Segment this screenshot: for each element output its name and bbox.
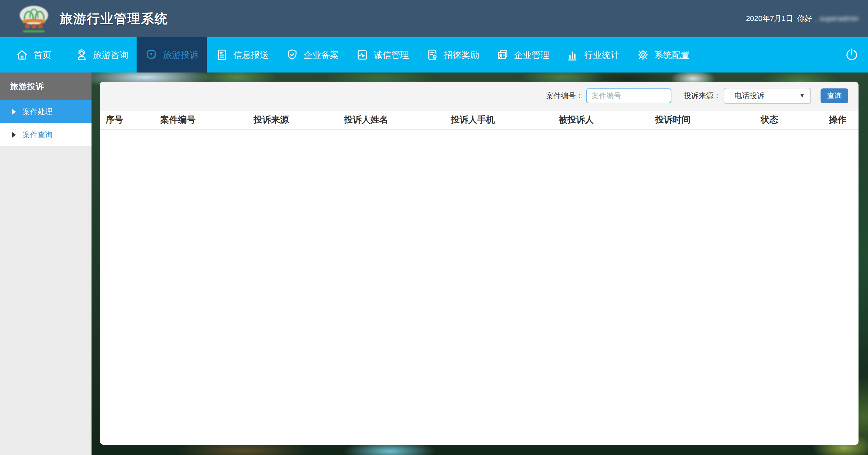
source-select-wrap: 电话投诉 ▼ (724, 88, 811, 104)
power-icon (844, 47, 859, 62)
integrity-icon (356, 48, 369, 62)
home-icon (15, 48, 29, 62)
col-header-respondent: 被投诉人 (529, 114, 624, 126)
nav-item-consult[interactable]: 旅游咨询 (66, 37, 137, 73)
sidebar-item-case-query[interactable]: 案件查询 (0, 123, 92, 146)
svg-text:?: ? (149, 51, 152, 57)
nav-item-config[interactable]: 系统配置 (628, 37, 698, 73)
consult-icon (75, 48, 88, 62)
nav-item-report[interactable]: 信息报送 (207, 37, 277, 73)
case-number-label: 案件编号： (546, 91, 583, 101)
nav-item-label: 招徕奖励 (444, 49, 479, 61)
sidebar-item-label: 案件处理 (23, 107, 53, 117)
search-button[interactable]: 查询 (821, 88, 848, 103)
col-header-index: 序号 (100, 114, 129, 126)
nav-item-complaint[interactable]: ? 旅游投诉 (137, 37, 207, 73)
app-logo-icon (18, 3, 50, 34)
stats-icon (566, 48, 580, 62)
nav-item-reward[interactable]: 招徕奖励 (417, 37, 487, 73)
nav-item-integrity[interactable]: 诚信管理 (347, 37, 417, 73)
sidebar-menu: 案件处理 案件查询 (0, 100, 92, 146)
col-header-case-number: 案件编号 (129, 114, 227, 126)
app-title: 旅游行业管理系统 (60, 10, 168, 27)
complaint-icon: ? (145, 48, 159, 62)
content-panel: 案件编号： 投诉来源： 电话投诉 ▼ 查询 序号 案件编号 投诉来源 投诉人姓名… (100, 82, 859, 445)
nav-item-label: 行业统计 (584, 49, 620, 61)
header-bar: 旅游行业管理系统 2020年7月1日 你好 ，superadmin (0, 0, 868, 37)
col-header-complainant-phone: 投诉人手机 (417, 114, 529, 126)
triangle-marker-icon (12, 109, 16, 115)
nav-item-enterprise[interactable]: 企业管理 (487, 37, 558, 73)
nav-item-filing[interactable]: 企业备案 (277, 37, 347, 73)
nav-item-label: 旅游投诉 (163, 49, 199, 61)
col-header-source: 投诉来源 (227, 114, 315, 126)
nav-item-label: 系统配置 (654, 49, 690, 61)
nav-item-label: 企业备案 (304, 49, 339, 61)
reward-icon (426, 48, 439, 62)
col-header-status: 状态 (722, 114, 817, 126)
nav-item-stats[interactable]: 行业统计 (558, 37, 628, 73)
sidebar-item-label: 案件查询 (23, 130, 53, 140)
filing-icon (285, 48, 299, 62)
source-select[interactable]: 电话投诉 (724, 88, 811, 104)
table-header-row: 序号 案件编号 投诉来源 投诉人姓名 投诉人手机 被投诉人 投诉时间 状态 操作 (100, 110, 859, 130)
config-icon (636, 48, 650, 62)
col-header-complaint-time: 投诉时间 (624, 114, 722, 126)
nav-item-label: 企业管理 (514, 49, 549, 61)
sidebar-title: 旅游投诉 (0, 73, 92, 100)
sidebar-item-case-handling[interactable]: 案件处理 (0, 100, 92, 123)
header-user-info: 2020年7月1日 你好 ，superadmin (746, 14, 859, 24)
nav-item-label: 旅游咨询 (93, 49, 128, 61)
main-nav-bar: 首页 旅游咨询 ? 旅游投诉 信息报送 企业备 (0, 37, 868, 73)
nav-item-label: 诚信管理 (374, 49, 409, 61)
enterprise-icon (496, 48, 509, 62)
logout-power-button[interactable] (835, 37, 868, 73)
complaint-source-label: 投诉来源： (684, 91, 721, 101)
nav-item-label: 首页 (34, 49, 51, 61)
triangle-marker-icon (12, 132, 16, 138)
nav-item-label: 信息报送 (234, 49, 269, 61)
col-header-actions: 操作 (817, 114, 859, 126)
nav-item-home[interactable]: 首页 (0, 37, 66, 73)
app-window: 旅游行业管理系统 2020年7月1日 你好 ，superadmin 首页 旅游咨… (0, 0, 868, 455)
username-text: ，superadmin (812, 14, 859, 24)
col-header-complainant-name: 投诉人姓名 (315, 114, 417, 126)
report-icon (215, 48, 229, 62)
sidebar: 旅游投诉 案件处理 案件查询 (0, 73, 92, 455)
filter-bar: 案件编号： 投诉来源： 电话投诉 ▼ 查询 (100, 82, 859, 110)
case-number-input[interactable] (586, 88, 671, 103)
date-text: 2020年7月1日 (746, 14, 793, 24)
greeting-text: 你好 (797, 14, 812, 24)
